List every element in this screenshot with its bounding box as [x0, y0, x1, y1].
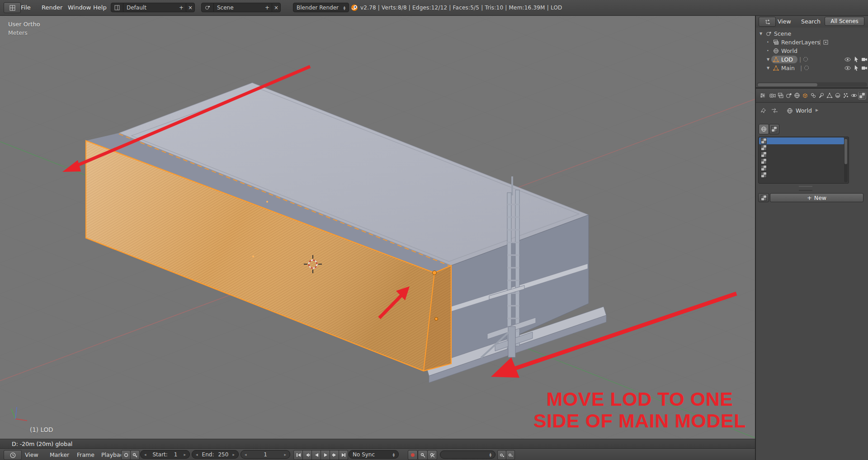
timeline-editor-type-button[interactable] [4, 450, 22, 460]
viewport-canvas[interactable] [0, 15, 755, 439]
timeline-menu-marker[interactable]: Marker [50, 451, 69, 458]
active-keying-set-field[interactable]: ▲▼ [440, 451, 495, 459]
navigate-arrows-icon[interactable] [771, 108, 778, 114]
texture-slots-list [758, 137, 849, 184]
play-reverse-button[interactable] [312, 450, 321, 460]
outliner-header: View Search All Scenes [756, 15, 868, 28]
delete-keyframe-button[interactable] [427, 450, 437, 460]
outliner-row-world[interactable]: • World [756, 47, 868, 55]
texture-list-scrollbar[interactable] [844, 138, 848, 182]
texture-context-world-tab[interactable] [759, 124, 769, 134]
timeline-menu-view[interactable]: View [25, 451, 38, 458]
new-texture-button[interactable]: + New [770, 193, 863, 202]
outliner-row-renderlayers[interactable]: • RenderLayers | [756, 38, 868, 47]
visibility-eye-icon[interactable] [844, 57, 851, 62]
tab-object-icon[interactable] [801, 91, 809, 100]
timeline-menu-frame[interactable]: Frame [77, 451, 94, 458]
menu-file[interactable]: File [21, 4, 31, 11]
texture-slot-row[interactable] [759, 144, 844, 151]
texture-slot-row[interactable] [759, 158, 844, 165]
pin-icon[interactable] [760, 108, 766, 114]
editor-type-button[interactable] [4, 2, 21, 13]
frame-end-value: 250 [218, 451, 228, 458]
tab-modifiers-icon[interactable] [817, 91, 826, 100]
sync-mode-dropdown[interactable]: No Sync ▲▼ [349, 450, 399, 459]
outliner-row-main[interactable]: ▼ Main | [756, 64, 868, 72]
current-frame-field[interactable]: ◂ 1 ▸ [241, 450, 290, 459]
renderability-camera-icon[interactable] [861, 65, 868, 71]
tab-world-icon[interactable] [793, 91, 801, 100]
outliner-menu-view[interactable]: View [778, 18, 791, 25]
disclosure-dot-icon: • [767, 40, 769, 44]
keying-set-toggle-button[interactable] [130, 450, 140, 460]
tab-texture-icon[interactable] [858, 91, 866, 100]
viewport-3d[interactable]: User Ortho Meters (1) LOD MOVE LOD TO ON… [0, 15, 755, 439]
texture-context-other-tab[interactable] [769, 124, 779, 134]
timeline-header: View Marker Frame Playback ◂ Start: 1 ▸ … [0, 448, 755, 460]
selectability-arrow-icon[interactable] [854, 56, 859, 62]
disclosure-triangle-icon[interactable]: ▼ [760, 32, 762, 36]
selectability-arrow-icon[interactable] [854, 65, 859, 71]
scene-statistics: v2.78 | Verts:8/8 | Edges:12/12 | Faces:… [360, 5, 562, 11]
scrollbar-thumb[interactable] [844, 139, 847, 164]
insert-keyframe-button[interactable] [418, 450, 428, 460]
menu-window[interactable]: Window [68, 4, 91, 11]
keying-set-add-button[interactable] [497, 450, 506, 460]
menu-render[interactable]: Render [42, 4, 62, 11]
outliner-editor-type-button[interactable] [759, 17, 776, 27]
layout-add-button[interactable]: + [177, 3, 186, 12]
tab-material-icon[interactable] [834, 91, 842, 100]
render-engine-dropdown[interactable]: Blender Render ▲▼ [293, 3, 349, 12]
frame-end-field[interactable]: ◂ End: 250 ▸ [192, 450, 239, 459]
disclosure-dot-icon: • [767, 49, 769, 53]
tab-particles-icon[interactable] [842, 91, 850, 100]
scene-browse-button[interactable] [201, 3, 214, 12]
tab-constraints-icon[interactable] [809, 91, 817, 100]
keying-set-remove-button[interactable] [506, 450, 515, 460]
jump-next-keyframe-button[interactable] [330, 450, 339, 460]
scene-name-field[interactable]: Scene [214, 3, 263, 12]
tab-physics-icon[interactable] [850, 91, 858, 100]
tab-object-data-icon[interactable] [826, 91, 834, 100]
outliner-horizontal-scrollbar[interactable] [757, 82, 867, 87]
texture-slot-row[interactable] [759, 171, 844, 178]
properties-breadcrumb: World ▶ [756, 106, 868, 116]
disclosure-triangle-icon[interactable]: ▼ [767, 57, 769, 62]
disclosure-triangle-icon[interactable]: ▼ [767, 66, 769, 70]
blender-logo-icon [351, 4, 358, 11]
active-object-label: (1) LOD [30, 426, 53, 433]
window-layout-icon [9, 5, 15, 11]
outliner-row-lod[interactable]: ▼ LOD | [756, 55, 868, 64]
outliner-menu-search[interactable]: Search [801, 18, 821, 25]
outliner-row-scene[interactable]: ▼ Scene [756, 29, 868, 38]
texture-slot-row-selected[interactable] [759, 138, 844, 144]
outliner-display-filter-dropdown[interactable]: All Scenes [825, 17, 864, 26]
properties-editor-type-button[interactable] [759, 91, 767, 100]
record-button[interactable] [408, 450, 418, 460]
scene-close-button[interactable]: × [272, 3, 281, 12]
layout-browse-button[interactable] [111, 3, 123, 12]
frame-start-field[interactable]: ◂ Start: 1 ▸ [140, 450, 190, 459]
renderability-camera-icon[interactable] [861, 57, 868, 62]
list-resize-grip[interactable] [799, 186, 812, 191]
layout-close-button[interactable]: × [186, 3, 195, 12]
menu-help[interactable]: Help [93, 4, 107, 11]
jump-prev-keyframe-button[interactable] [303, 450, 312, 460]
auto-keyframe-button[interactable] [121, 450, 131, 460]
annotation-line-1: MOVE LOD TO ONE [533, 388, 746, 410]
texture-browse-button[interactable] [758, 193, 769, 202]
scrollbar-thumb[interactable] [758, 83, 817, 86]
renderlayer-toggle-icon[interactable] [823, 39, 829, 45]
visibility-eye-icon[interactable] [844, 65, 851, 71]
jump-to-start-button[interactable] [293, 450, 303, 460]
tab-render-layers-icon[interactable] [777, 91, 785, 100]
world-icon [787, 108, 793, 114]
scene-add-button[interactable]: + [263, 3, 272, 12]
tab-render-icon[interactable] [769, 91, 777, 100]
layout-name-field[interactable]: Default [123, 3, 177, 12]
texture-slot-row[interactable] [759, 165, 844, 171]
tab-scene-icon[interactable] [785, 91, 793, 100]
jump-to-end-button[interactable] [339, 450, 348, 460]
play-button[interactable] [321, 450, 330, 460]
texture-slot-row[interactable] [759, 151, 844, 158]
